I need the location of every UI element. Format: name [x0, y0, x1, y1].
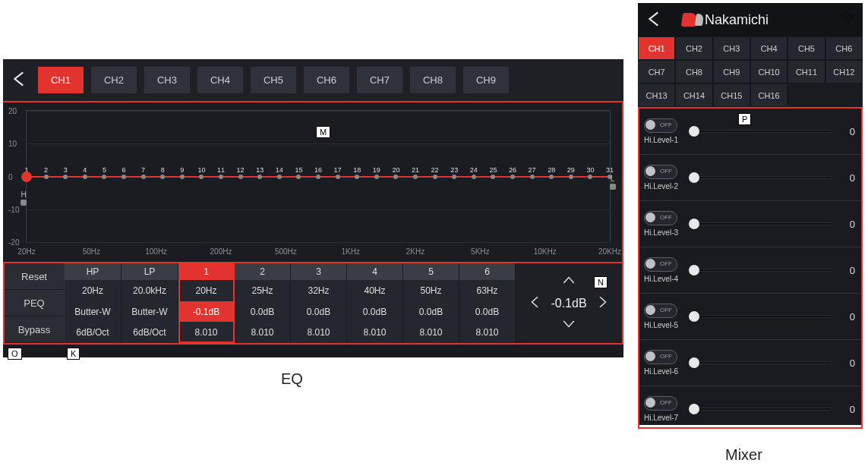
toggle-switch[interactable]: OFF [644, 118, 677, 133]
eq-channel-tab-CH8[interactable]: CH8 [410, 67, 456, 93]
eq-band-marker[interactable] [238, 175, 243, 179]
eq-panel: CH1CH2CH3CH4CH5CH6CH7CH8CH9 20100-10-202… [3, 59, 623, 357]
eq-band-marker[interactable] [180, 175, 185, 179]
toggle-switch[interactable]: OFF [644, 396, 677, 411]
eq-band-marker[interactable] [141, 175, 146, 179]
mixer-channel-tab-CH14[interactable]: CH14 [675, 83, 712, 107]
eq-band-marker[interactable] [530, 175, 535, 179]
hp-slope: 6dB/Oct [65, 322, 121, 343]
eq-band-marker[interactable] [355, 175, 359, 179]
arrow-right-icon[interactable] [593, 294, 611, 313]
eq-left-buttons: Reset PEQ Bypass [5, 263, 65, 343]
eq-band-number: 7 [141, 166, 145, 174]
eq-band-column-3[interactable]: 332Hz0.0dB8.010 [291, 263, 347, 343]
eq-band-marker[interactable] [510, 175, 515, 179]
eq-band-marker[interactable] [472, 175, 476, 179]
level-slider[interactable] [694, 130, 832, 133]
arrow-up-icon[interactable] [560, 272, 578, 292]
eq-band-column-4[interactable]: 440Hz0.0dB8.010 [347, 263, 403, 343]
eq-band-marker[interactable] [433, 175, 437, 179]
eq-band-column-1[interactable]: 120Hz-0.1dB8.010 [178, 263, 235, 343]
eq-band-marker[interactable] [122, 175, 126, 179]
eq-channel-tab-CH3[interactable]: CH3 [144, 67, 190, 93]
slider-value: 0 [840, 265, 855, 276]
hp-filter-column[interactable]: HP 20Hz Butter-W 6dB/Oct [65, 263, 122, 343]
mixer-channel-tab-CH3[interactable]: CH3 [713, 36, 750, 60]
toggle-switch[interactable]: OFF [644, 350, 677, 364]
eq-band-marker[interactable] [374, 175, 379, 179]
eq-channel-tab-CH4[interactable]: CH4 [197, 67, 243, 93]
eq-band-marker[interactable] [452, 175, 456, 179]
level-slider[interactable] [694, 315, 832, 318]
eq-band-marker[interactable] [63, 175, 68, 179]
eq-graph[interactable]: 20100-10-2020Hz50Hz100Hz200Hz500Hz1KHz2K… [3, 101, 623, 262]
eq-channel-tab-CH1[interactable]: CH1 [38, 67, 84, 93]
eq-band-marker[interactable] [44, 175, 49, 179]
mixer-channel-tab-CH13[interactable]: CH13 [638, 83, 675, 107]
mixer-row-label: Hi.Level-1 [644, 136, 687, 144]
eq-channel-tab-CH5[interactable]: CH5 [251, 67, 296, 93]
eq-band-column-5[interactable]: 550Hz0.0dB8.010 [403, 263, 459, 343]
eq-band-marker[interactable] [296, 175, 301, 179]
level-slider[interactable] [694, 408, 832, 411]
mixer-back-icon[interactable] [645, 9, 665, 31]
eq-band-marker[interactable] [257, 175, 262, 179]
eq-band-marker[interactable] [102, 175, 106, 179]
band-number: 5 [403, 263, 459, 280]
mixer-channel-tab-CH6[interactable]: CH6 [825, 36, 863, 60]
eq-band-marker[interactable] [588, 175, 592, 179]
mixer-channel-tab-CH15[interactable]: CH15 [713, 83, 750, 107]
eq-band-marker[interactable] [549, 175, 554, 179]
eq-band-number: 9 [180, 166, 184, 174]
mixer-channel-tab-CH10[interactable]: CH10 [750, 60, 788, 83]
toggle-switch[interactable]: OFF [644, 211, 677, 225]
eq-channel-tab-CH2[interactable]: CH2 [91, 67, 137, 93]
eq-channel-tab-CH6[interactable]: CH6 [304, 67, 349, 93]
mixer-channel-tab-CH11[interactable]: CH11 [788, 60, 825, 83]
eq-band-column-2[interactable]: 225Hz0.0dB8.010 [235, 263, 291, 343]
eq-band-marker[interactable] [413, 175, 418, 179]
mixer-channel-tab-CH8[interactable]: CH8 [675, 60, 712, 83]
toggle-switch[interactable]: OFF [644, 304, 677, 318]
eq-band-marker[interactable] [393, 175, 398, 179]
toggle-switch[interactable]: OFF [644, 257, 677, 272]
eq-channel-tab-CH7[interactable]: CH7 [357, 67, 402, 93]
band-number: 6 [459, 263, 515, 280]
mixer-channel-tab-CH4[interactable]: CH4 [750, 36, 788, 60]
peq-button[interactable]: PEQ [5, 290, 64, 316]
reset-button[interactable]: Reset [5, 263, 64, 290]
adjust-value: -0.1dB [551, 297, 586, 310]
arrow-down-icon[interactable] [560, 315, 578, 335]
eq-band-marker[interactable] [199, 175, 204, 179]
filter-columns: HP 20Hz Butter-W 6dB/Oct LP 20.0kHz Butt… [65, 263, 178, 343]
mixer-channel-tab-CH1[interactable]: CH1 [638, 36, 675, 60]
eq-band-marker[interactable] [336, 175, 340, 179]
mixer-channel-tab-CH7[interactable]: CH7 [638, 60, 675, 83]
arrow-left-icon[interactable] [526, 294, 544, 313]
selected-band-node[interactable] [21, 172, 32, 182]
lp-filter-column[interactable]: LP 20.0kHz Butter-W 6dB/Oct [122, 263, 178, 343]
mixer-channel-tab-CH16[interactable]: CH16 [750, 83, 788, 107]
mixer-channel-tab-CH5[interactable]: CH5 [788, 36, 825, 60]
eq-band-marker[interactable] [491, 175, 495, 179]
level-slider[interactable] [694, 361, 832, 364]
band-q: 8.010 [291, 322, 346, 343]
eq-band-number: 25 [489, 166, 497, 174]
eq-band-marker[interactable] [219, 175, 223, 179]
level-slider[interactable] [694, 176, 832, 179]
eq-band-marker[interactable] [160, 175, 165, 179]
mixer-channel-tab-CH9[interactable]: CH9 [713, 60, 750, 83]
mixer-channel-tab-CH12[interactable]: CH12 [825, 60, 863, 83]
eq-channel-tab-CH9[interactable]: CH9 [463, 67, 509, 93]
eq-band-marker[interactable] [83, 175, 87, 179]
toggle-switch[interactable]: OFF [644, 165, 677, 179]
eq-band-marker[interactable] [277, 175, 282, 179]
level-slider[interactable] [694, 222, 832, 225]
back-icon[interactable] [11, 69, 30, 91]
eq-band-column-6[interactable]: 663Hz0.0dB8.010 [459, 263, 516, 343]
eq-band-marker[interactable] [316, 175, 320, 179]
bypass-button[interactable]: Bypass [5, 316, 64, 343]
level-slider[interactable] [694, 269, 832, 272]
eq-band-marker[interactable] [569, 175, 573, 179]
mixer-channel-tab-CH2[interactable]: CH2 [675, 36, 712, 60]
